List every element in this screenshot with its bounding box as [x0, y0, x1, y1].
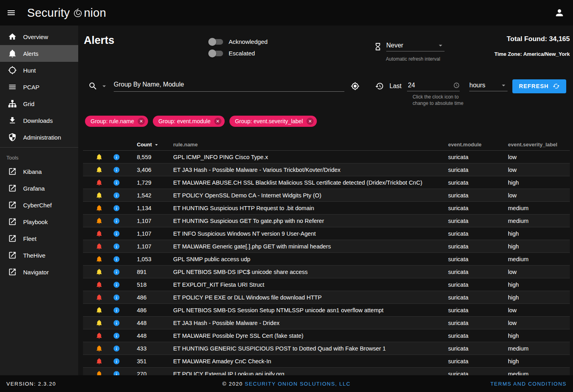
filter-chip[interactable]: Group: event.severity_label✕	[229, 116, 317, 127]
column-header-severity[interactable]: event.severity_label	[508, 142, 570, 148]
alert-bell-icon[interactable]	[96, 294, 103, 301]
close-icon[interactable]: ✕	[306, 118, 314, 125]
crosshairs-icon[interactable]	[351, 82, 360, 91]
info-icon[interactable]	[113, 345, 120, 352]
escalated-toggle[interactable]: Escalated	[209, 47, 268, 59]
info-icon[interactable]	[113, 370, 120, 376]
bell-cell	[90, 319, 108, 326]
history-icon[interactable]	[375, 82, 384, 91]
filter-chip[interactable]: Group: rule.name✕	[85, 116, 148, 127]
table-row[interactable]: 351ET MALWARE Amadey CnC Check-Insuricat…	[83, 355, 570, 368]
table-row[interactable]: 8,559GPL ICMP_INFO PING Cisco Type.xsuri…	[83, 151, 570, 163]
info-icon[interactable]	[113, 307, 120, 314]
alert-bell-icon[interactable]	[96, 307, 103, 313]
menu-down-icon	[500, 81, 508, 89]
terms-link[interactable]: TERMS AND CONDITIONS	[490, 381, 567, 387]
sidebar-item-pcap[interactable]: PCAP	[0, 79, 78, 95]
alert-bell-icon[interactable]	[96, 358, 103, 364]
sidebar-item-grafana[interactable]: Grafana	[0, 180, 78, 197]
search-options-button[interactable]	[88, 81, 108, 91]
info-icon[interactable]	[113, 281, 120, 288]
column-header-rule-name[interactable]: rule.name	[173, 142, 448, 148]
filter-chip[interactable]: Group: event.module✕	[153, 116, 225, 127]
alert-bell-icon[interactable]	[96, 281, 103, 288]
toggle-switch[interactable]	[209, 39, 223, 45]
sidebar-item-playbook[interactable]: Playbook	[0, 213, 78, 230]
table-row[interactable]: 1,107ET MALWARE Generic gate[.].php GET …	[83, 240, 570, 253]
alert-bell-icon[interactable]	[96, 217, 103, 224]
sidebar-item-cyberchef[interactable]: CyberChef	[0, 197, 78, 213]
alert-bell-icon[interactable]	[96, 192, 103, 199]
table-row[interactable]: 1,729ET MALWARE ABUSE.CH SSL Blacklist M…	[83, 176, 570, 189]
sidebar-item-downloads[interactable]: Downloads	[0, 112, 78, 129]
info-icon[interactable]	[113, 268, 120, 276]
alert-bell-icon[interactable]	[96, 154, 103, 160]
search-input[interactable]	[114, 81, 344, 92]
sidebar-item-kibana[interactable]: Kibana	[0, 163, 78, 180]
sidebar-item-fleet[interactable]: Fleet	[0, 230, 78, 247]
sidebar-item-grid[interactable]: Grid	[0, 95, 78, 112]
acknowledged-toggle[interactable]: Acknowledged	[209, 36, 268, 47]
alert-bell-icon[interactable]	[96, 370, 103, 375]
company-link[interactable]: SECURITY ONION SOLUTIONS, LLC	[245, 381, 351, 387]
table-row[interactable]: 448ET MALWARE Possible Dyre SSL Cert (fa…	[83, 329, 570, 342]
table-row[interactable]: 1,107ET INFO Suspicious Windows NT versi…	[83, 227, 570, 240]
time-value-input[interactable]	[407, 81, 453, 89]
time-caption-line: change to absolute time	[413, 100, 463, 107]
info-icon[interactable]	[113, 319, 120, 327]
sidebar-item-overview[interactable]: Overview	[0, 28, 78, 45]
column-header-event-module[interactable]: event.module	[448, 142, 508, 148]
sidebar-item-thehive[interactable]: TheHive	[0, 247, 78, 264]
table-row[interactable]: 1,134ET HUNTING Suspicious HTTP Request …	[83, 202, 570, 215]
alert-bell-icon[interactable]	[96, 256, 103, 262]
table-row[interactable]: 3,406ET JA3 Hash - Possible Malware - Va…	[83, 163, 570, 176]
table-row[interactable]: 270ET POLICY External IP Lookup api.ipif…	[83, 368, 570, 375]
time-unit-select[interactable]: hours	[469, 81, 508, 91]
user-menu-button[interactable]	[550, 3, 569, 22]
info-icon[interactable]	[113, 294, 120, 301]
table-row[interactable]: 486GPL NETBIOS SMB-DS Session Setup NTML…	[83, 304, 570, 317]
table-row[interactable]: 448ET JA3 Hash - Possible Malware - Drid…	[83, 317, 570, 329]
table-row[interactable]: 1,053GPL SNMP public access udpsuricatam…	[83, 253, 570, 266]
menu-button[interactable]	[2, 3, 21, 22]
alert-bell-icon[interactable]	[96, 230, 103, 237]
info-icon[interactable]	[113, 217, 120, 225]
table-row[interactable]: 1,107ET HUNTING Suspicious GET To gate.p…	[83, 215, 570, 227]
table-row[interactable]: 486ET POLICY PE EXE or DLL Windows file …	[83, 291, 570, 304]
alert-bell-icon[interactable]	[96, 345, 103, 352]
info-icon[interactable]	[113, 243, 120, 250]
close-icon[interactable]: ✕	[214, 118, 221, 125]
info-icon[interactable]	[113, 205, 120, 212]
sidebar-item-hunt[interactable]: Hunt	[0, 62, 78, 79]
refresh-button[interactable]: REFRESH	[512, 79, 566, 93]
sidebar-item-administration[interactable]: Administration	[0, 129, 78, 146]
sidebar-item-navigator[interactable]: Navigator	[0, 264, 78, 280]
alert-bell-icon[interactable]	[96, 205, 103, 211]
clock-icon[interactable]	[453, 82, 460, 89]
sidebar-item-alerts[interactable]: Alerts	[0, 45, 78, 62]
info-icon[interactable]	[113, 192, 120, 199]
table-row[interactable]: 518ET EXPLOIT_KIT Fiesta URI Structsuric…	[83, 278, 570, 291]
alert-bell-icon[interactable]	[96, 243, 103, 250]
column-header-count[interactable]: Count	[125, 142, 173, 148]
info-icon[interactable]	[113, 358, 120, 365]
alert-bell-icon[interactable]	[96, 332, 103, 339]
close-icon[interactable]: ✕	[138, 118, 145, 125]
info-icon[interactable]	[113, 154, 120, 161]
alert-bell-icon[interactable]	[96, 179, 103, 186]
info-cell	[108, 370, 125, 376]
alert-bell-icon[interactable]	[96, 268, 103, 275]
table-row[interactable]: 891GPL NETBIOS SMB-DS IPC$ unicode share…	[83, 266, 570, 278]
info-icon[interactable]	[113, 166, 120, 173]
alert-bell-icon[interactable]	[96, 166, 103, 173]
toggle-switch[interactable]	[209, 51, 223, 56]
info-icon[interactable]	[113, 332, 120, 339]
info-icon[interactable]	[113, 256, 120, 263]
count-cell: 448	[125, 320, 173, 326]
table-row[interactable]: 1,542ET POLICY OpenSSL Demo CA - Interne…	[83, 189, 570, 202]
info-icon[interactable]	[113, 230, 120, 237]
table-row[interactable]: 433ET HUNTING GENERIC SUSPICIOUS POST to…	[83, 342, 570, 355]
refresh-interval-select[interactable]: Never	[386, 41, 445, 51]
info-icon[interactable]	[113, 179, 120, 186]
alert-bell-icon[interactable]	[96, 319, 103, 326]
